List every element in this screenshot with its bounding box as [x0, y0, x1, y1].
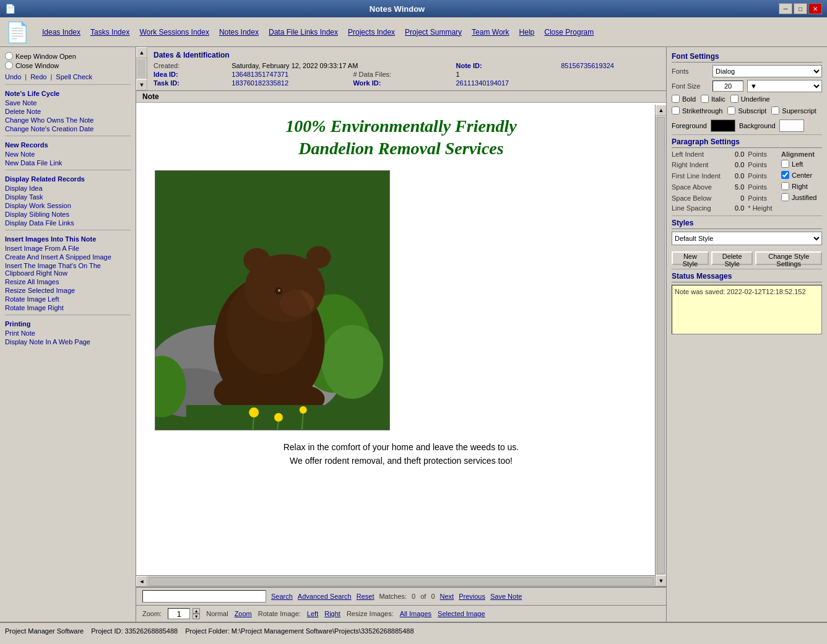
dates-grid: Created: Saturday, February 12, 2022 09:…: [154, 62, 660, 87]
display-task-link[interactable]: Display Task: [5, 193, 131, 201]
underline-label: Underline: [741, 95, 770, 103]
insert-clipboard-image-link[interactable]: Insert The Image That's On The Clipboard…: [5, 261, 131, 277]
right-align-checkbox[interactable]: [781, 182, 789, 190]
rotate-image-right-link[interactable]: Rotate Image Right: [5, 303, 131, 312]
space-above-label: Space Above: [672, 183, 725, 191]
svg-point-19: [274, 413, 283, 422]
zoom-link[interactable]: Zoom: [235, 610, 252, 617]
display-note-web-link[interactable]: Display Note In A Web Page: [5, 337, 131, 346]
selected-image-link[interactable]: Selected Image: [438, 610, 485, 617]
paragraph-grid: Left Indent 0.0 Points Alignment Right I…: [672, 150, 822, 212]
strikethrough-checkbox[interactable]: [672, 107, 680, 115]
advanced-search-link[interactable]: Advanced Search: [298, 593, 352, 600]
resize-selected-image-link[interactable]: Resize Selected Image: [5, 286, 131, 295]
first-line-points: Points: [748, 172, 777, 180]
of-value: 0: [431, 593, 435, 600]
rotate-left-link[interactable]: Left: [307, 610, 318, 617]
menu-projects-index[interactable]: Projects Index: [345, 27, 397, 38]
menu-ideas-index[interactable]: Ideas Index: [40, 27, 83, 38]
new-data-file-link-link[interactable]: New Data File Link: [5, 159, 131, 167]
styles-select[interactable]: Default Style: [672, 232, 822, 245]
display-work-session-link[interactable]: Display Work Session: [5, 201, 131, 210]
scroll-thumb-horiz[interactable]: [149, 577, 654, 586]
foreground-color-box[interactable]: [711, 120, 735, 132]
change-style-settings-button[interactable]: Change Style Settings: [755, 251, 822, 265]
left-align-checkbox[interactable]: [781, 160, 789, 168]
display-idea-link[interactable]: Display Idea: [5, 184, 131, 193]
close-window-button[interactable]: ✕: [808, 3, 822, 14]
edit-row: Undo | Redo | Spell Check: [5, 73, 131, 80]
redo-button[interactable]: Redo: [30, 73, 46, 80]
display-sibling-notes-link[interactable]: Display Sibling Notes: [5, 210, 131, 219]
new-note-link[interactable]: New Note: [5, 150, 131, 159]
insert-image-from-file-link[interactable]: Insert Image From A File: [5, 244, 131, 253]
center-align-label: Center: [792, 172, 812, 179]
note-id-label: Note ID:: [456, 62, 555, 69]
next-link[interactable]: Next: [440, 593, 454, 600]
undo-button[interactable]: Undo: [5, 73, 21, 80]
menu-data-file-links-index[interactable]: Data File Links Index: [266, 27, 340, 38]
menu-help[interactable]: Help: [517, 27, 537, 38]
justified-checkbox[interactable]: [781, 193, 789, 201]
menu-work-sessions-index[interactable]: Work Sessions Index: [137, 27, 212, 38]
menu-team-work[interactable]: Team Work: [469, 27, 511, 38]
spell-check-button[interactable]: Spell Check: [56, 73, 92, 80]
space-below-label: Space Below: [672, 194, 725, 202]
left-scrollbar: ▲ ▼: [136, 47, 147, 90]
display-data-file-links-link[interactable]: Display Data File Links: [5, 219, 131, 227]
resize-images-label: Resize Images:: [347, 610, 394, 617]
create-snipped-image-link[interactable]: Create And Insert A Snipped Image: [5, 253, 131, 261]
search-link[interactable]: Search: [271, 593, 293, 600]
superscript-label: Superscript: [782, 107, 816, 115]
change-creation-date-link[interactable]: Change Note's Creation Date: [5, 124, 131, 133]
scroll-thumb-vert[interactable]: [657, 117, 665, 574]
first-line-label: First Line Indent: [672, 172, 725, 180]
change-owner-link[interactable]: Change Who Owns The Note: [5, 116, 131, 124]
save-note-link[interactable]: Save Note: [5, 98, 131, 107]
status-message-text: Note was saved: 2022-02-12T12:18:52.152: [675, 288, 806, 295]
scroll-up-arrow[interactable]: ▲: [136, 47, 147, 58]
menu-notes-index[interactable]: Notes Index: [217, 27, 261, 38]
italic-checkbox[interactable]: [701, 95, 709, 103]
save-note-search-link[interactable]: Save Note: [490, 593, 522, 600]
delete-note-link[interactable]: Delete Note: [5, 107, 131, 116]
font-size-input[interactable]: [712, 80, 743, 92]
font-size-select[interactable]: ▼: [747, 80, 822, 92]
scroll-down-arrow[interactable]: ▼: [136, 79, 147, 90]
reset-link[interactable]: Reset: [357, 593, 375, 600]
close-window-radio[interactable]: [5, 61, 13, 69]
bold-checkbox[interactable]: [672, 95, 680, 103]
background-color-box[interactable]: [779, 120, 804, 132]
previous-link[interactable]: Previous: [459, 593, 485, 600]
search-input[interactable]: [142, 590, 266, 603]
menu-close-program[interactable]: Close Program: [542, 27, 596, 38]
scroll-left[interactable]: ◄: [136, 576, 147, 587]
subscript-checkbox[interactable]: [727, 107, 735, 115]
zoom-up-arrow[interactable]: ▲: [193, 608, 200, 614]
zoom-input[interactable]: [168, 608, 190, 619]
rotate-image-left-link[interactable]: Rotate Image Left: [5, 295, 131, 303]
scroll-up[interactable]: ▲: [656, 105, 666, 116]
zoom-spinner: ▲ ▼: [193, 608, 200, 619]
menu-project-summary[interactable]: Project Summary: [402, 27, 464, 38]
delete-style-button[interactable]: Delete Style: [711, 251, 753, 265]
superscript-checkbox[interactable]: [771, 107, 779, 115]
new-style-button[interactable]: New Style: [672, 251, 709, 265]
created-value: Saturday, February 12, 2022 09:33:17 AM: [232, 62, 449, 69]
font-style-row2: Strikethrough Subscript Superscript: [672, 107, 822, 116]
print-note-link[interactable]: Print Note: [5, 329, 131, 337]
menu-tasks-index[interactable]: Tasks Index: [88, 27, 132, 38]
resize-all-images-link[interactable]: Resize All Images: [5, 277, 131, 286]
note-text-area[interactable]: 100% Environmentally Friendly Dandelion …: [136, 103, 666, 575]
maximize-button[interactable]: □: [794, 3, 807, 14]
underline-checkbox[interactable]: [730, 95, 738, 103]
font-select[interactable]: Dialog: [712, 65, 822, 77]
center-align-checkbox[interactable]: [781, 171, 789, 179]
rotate-right-link[interactable]: Right: [324, 610, 340, 617]
keep-window-radio[interactable]: [5, 52, 13, 60]
minimize-button[interactable]: ─: [779, 3, 792, 14]
center-align-row: Center: [781, 171, 822, 179]
all-images-link[interactable]: All Images: [400, 610, 431, 617]
left-panel: Keep Window Open Close Window Undo | Red…: [0, 47, 136, 622]
zoom-down-arrow[interactable]: ▼: [193, 614, 200, 619]
